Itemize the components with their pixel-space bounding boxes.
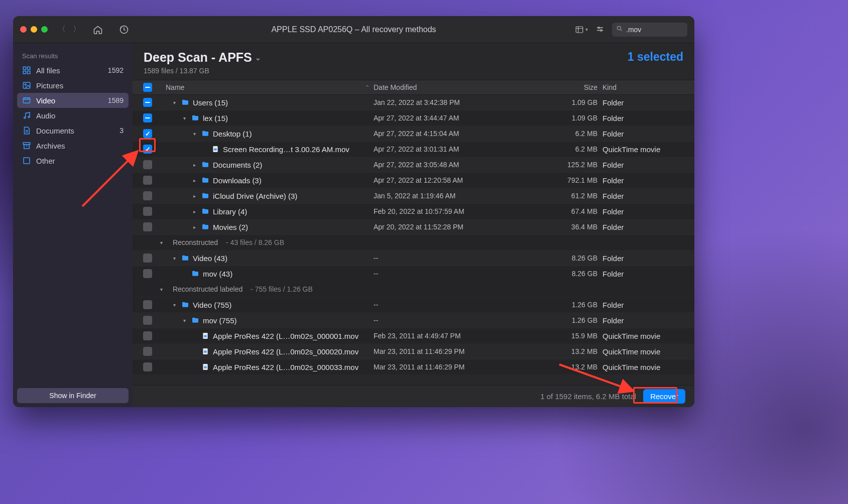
row-checkbox[interactable] bbox=[143, 160, 152, 169]
row-checkbox[interactable] bbox=[143, 347, 152, 356]
file-row[interactable]: ▾ Video (43) -- 8.26 GB Folder bbox=[133, 250, 694, 266]
sidebar-item-audio[interactable]: Audio bbox=[17, 108, 129, 123]
column-size[interactable]: Size bbox=[492, 83, 602, 91]
sidebar-item-documents[interactable]: Documents 3 bbox=[17, 123, 129, 138]
select-all-checkbox[interactable] bbox=[143, 83, 152, 92]
row-checkbox[interactable] bbox=[143, 145, 152, 154]
file-row[interactable]: ▾ mov (755) -- 1.26 GB Folder bbox=[133, 313, 694, 328]
sidebar-item-label: Audio bbox=[36, 111, 55, 120]
disclosure-icon[interactable]: ▾ bbox=[181, 318, 188, 323]
file-row[interactable]: ▾ lex (15) Apr 27, 2022 at 3:44:47 AM 1.… bbox=[133, 110, 694, 126]
column-date[interactable]: Date Modified bbox=[374, 83, 492, 91]
show-in-finder-button[interactable]: Show in Finder bbox=[17, 388, 129, 403]
file-row[interactable]: Screen Recording…t 3.00.26 AM.mov Apr 27… bbox=[133, 142, 694, 157]
row-checkbox[interactable] bbox=[143, 222, 152, 231]
sidebar-item-pictures[interactable]: Pictures bbox=[17, 78, 129, 93]
video-icon bbox=[22, 96, 31, 105]
row-checkbox[interactable] bbox=[143, 129, 152, 138]
view-options-button[interactable]: ▾ bbox=[574, 25, 588, 34]
row-checkbox[interactable] bbox=[143, 207, 152, 216]
disclosure-icon[interactable]: ▸ bbox=[191, 209, 198, 214]
search-input[interactable] bbox=[626, 26, 694, 34]
footer: 1 of 1592 items, 6.2 MB total Recover bbox=[133, 385, 694, 407]
row-checkbox[interactable] bbox=[143, 300, 152, 309]
svg-rect-1 bbox=[576, 27, 583, 33]
filter-button[interactable] bbox=[595, 25, 605, 34]
file-row[interactable]: Apple ProRes 422 (L…0m02s_000001.mov Feb… bbox=[133, 328, 694, 344]
file-row[interactable]: ▾ Users (15) Jan 22, 2022 at 3:42:38 PM … bbox=[133, 95, 694, 110]
file-row[interactable]: ▸ Documents (2) Apr 27, 2022 at 3:05:48 … bbox=[133, 157, 694, 173]
row-checkbox[interactable] bbox=[143, 331, 152, 340]
folder-icon bbox=[191, 113, 200, 122]
disclosure-icon[interactable]: ▸ bbox=[191, 193, 198, 199]
row-checkbox[interactable] bbox=[143, 176, 152, 185]
recover-button[interactable]: Recover bbox=[643, 389, 685, 404]
svg-rect-16 bbox=[23, 98, 30, 103]
column-name[interactable]: Name ⌃ bbox=[158, 83, 374, 91]
file-size: 6.2 MB bbox=[492, 130, 602, 138]
disclosure-icon[interactable]: ▸ bbox=[191, 224, 198, 230]
sidebar-item-video[interactable]: Video 1589 bbox=[17, 93, 129, 108]
svg-rect-12 bbox=[23, 71, 26, 74]
svg-rect-31 bbox=[204, 335, 206, 337]
home-icon[interactable] bbox=[93, 25, 103, 35]
date-modified: Jan 5, 2022 at 1:19:46 AM bbox=[374, 192, 492, 200]
file-size: 67.4 MB bbox=[492, 207, 602, 215]
section-header[interactable]: ▾ Reconstructed labeled - 755 files / 1.… bbox=[133, 282, 694, 297]
file-kind: QuickTime movie bbox=[602, 363, 689, 371]
sidebar-item-count: 1589 bbox=[108, 96, 124, 104]
sidebar-item-other[interactable]: Other bbox=[17, 153, 129, 168]
music-icon bbox=[22, 111, 31, 120]
disclosure-icon[interactable]: ▾ bbox=[171, 302, 178, 308]
file-name: Library (4) bbox=[213, 207, 247, 216]
file-row[interactable]: mov (43) -- 8.26 GB Folder bbox=[133, 266, 694, 282]
maximize-window-button[interactable] bbox=[41, 26, 48, 33]
file-name: Movies (2) bbox=[213, 223, 248, 231]
file-list[interactable]: ▾ Users (15) Jan 22, 2022 at 3:42:38 PM … bbox=[133, 95, 694, 385]
disclosure-icon[interactable]: ▾ bbox=[158, 287, 165, 292]
sidebar-item-all-files[interactable]: All files 1592 bbox=[17, 63, 129, 78]
file-row[interactable]: ▸ Movies (2) Apr 20, 2022 at 11:52:28 PM… bbox=[133, 219, 694, 235]
scan-title[interactable]: Deep Scan - APFS ⌄ bbox=[144, 50, 261, 65]
row-checkbox[interactable] bbox=[143, 113, 152, 122]
file-row[interactable]: ▸ iCloud Drive (Archive) (3) Jan 5, 2022… bbox=[133, 188, 694, 204]
sidebar-item-count: 3 bbox=[119, 127, 124, 135]
rescan-icon[interactable] bbox=[119, 25, 129, 35]
disclosure-icon[interactable]: ▸ bbox=[191, 162, 198, 168]
disclosure-icon[interactable]: ▾ bbox=[171, 100, 178, 105]
minimize-window-button[interactable] bbox=[31, 26, 37, 33]
row-checkbox[interactable] bbox=[143, 98, 152, 107]
file-row[interactable]: ▸ Library (4) Feb 20, 2022 at 10:57:59 A… bbox=[133, 204, 694, 219]
file-row[interactable]: ▸ Downloads (3) Apr 27, 2022 at 12:20:58… bbox=[133, 173, 694, 188]
row-checkbox[interactable] bbox=[143, 191, 152, 200]
disclosure-icon[interactable]: ▸ bbox=[191, 178, 198, 183]
close-window-button[interactable] bbox=[20, 26, 27, 33]
date-modified: Feb 23, 2011 at 4:49:47 PM bbox=[374, 332, 492, 340]
section-header[interactable]: ▾ Reconstructed - 43 files / 8.26 GB bbox=[133, 235, 694, 250]
nav-back-button[interactable]: 〈 bbox=[58, 24, 66, 35]
disclosure-icon[interactable]: ▾ bbox=[158, 240, 165, 245]
sidebar-item-label: Documents bbox=[36, 127, 74, 135]
date-modified: -- bbox=[374, 270, 492, 278]
row-checkbox[interactable] bbox=[143, 316, 152, 325]
scan-title-text: Deep Scan - APFS bbox=[144, 50, 252, 65]
sidebar-item-archives[interactable]: Archives bbox=[17, 138, 129, 153]
row-checkbox[interactable] bbox=[143, 269, 152, 278]
column-kind[interactable]: Kind bbox=[602, 83, 689, 91]
row-checkbox[interactable] bbox=[143, 362, 152, 371]
file-row[interactable]: ▾ Desktop (1) Apr 27, 2022 at 4:15:04 AM… bbox=[133, 126, 694, 142]
file-kind: QuickTime movie bbox=[602, 347, 689, 356]
disclosure-icon[interactable]: ▾ bbox=[171, 256, 178, 261]
file-size: 1.09 GB bbox=[492, 114, 602, 122]
date-modified: Apr 20, 2022 at 11:52:28 PM bbox=[374, 223, 492, 231]
file-name: Desktop (1) bbox=[213, 130, 252, 138]
date-modified: Apr 27, 2022 at 4:15:04 AM bbox=[374, 130, 492, 138]
search-field[interactable]: ✕ bbox=[612, 23, 687, 37]
disclosure-icon[interactable]: ▾ bbox=[181, 115, 188, 121]
file-row[interactable]: Apple ProRes 422 (L…0m02s_000020.mov Mar… bbox=[133, 344, 694, 359]
disclosure-icon[interactable]: ▾ bbox=[191, 131, 198, 137]
file-row[interactable]: Apple ProRes 422 (L…0m02s_000033.mov Mar… bbox=[133, 359, 694, 375]
row-checkbox[interactable] bbox=[143, 254, 152, 263]
file-row[interactable]: ▾ Video (755) -- 1.26 GB Folder bbox=[133, 297, 694, 313]
nav-forward-button[interactable]: 〉 bbox=[73, 24, 81, 35]
